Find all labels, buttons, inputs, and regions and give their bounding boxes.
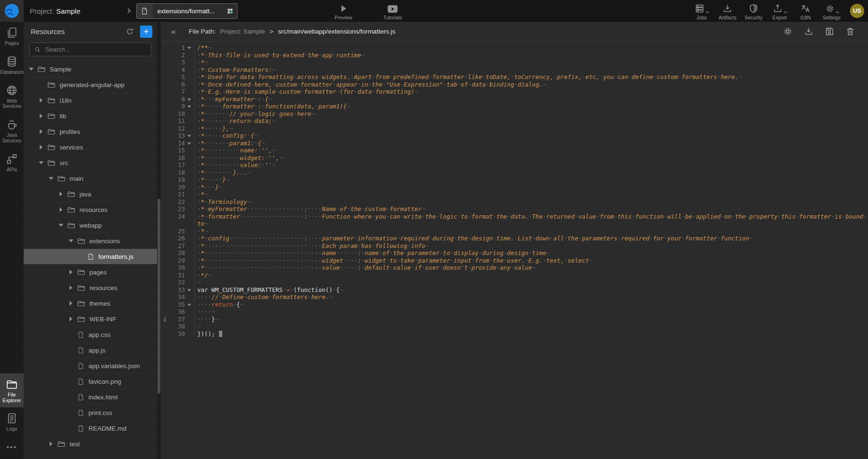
code-text[interactable]: * E.g. Here is sample custom formatter (… bbox=[195, 88, 868, 96]
grid-icon[interactable] bbox=[227, 8, 234, 15]
code-text[interactable]: * },¬ bbox=[195, 125, 868, 132]
topbar-action-tutorials[interactable]: Tutorials bbox=[382, 2, 403, 20]
code-text[interactable]: * This file is used to extend the app ru… bbox=[195, 52, 868, 59]
code-text[interactable]: * Terminology¬ bbox=[195, 198, 868, 206]
code-text[interactable]: * name: '',¬ bbox=[195, 147, 868, 154]
tree-item-services[interactable]: services bbox=[24, 140, 157, 155]
code-text[interactable]: * value: ''¬ bbox=[195, 161, 868, 169]
code-text[interactable]: * formatter : function(data, param1){¬ bbox=[195, 103, 868, 110]
trash-icon[interactable] bbox=[845, 26, 855, 36]
tree-item-generated-angular-app[interactable]: generated-angular-app bbox=[24, 77, 157, 93]
sidebar-item-java-services[interactable]: Java Services bbox=[0, 114, 24, 148]
tree-item-pages[interactable]: pages bbox=[24, 265, 157, 280]
sidebar-item-file-explorer[interactable]: File Explorer bbox=[0, 373, 24, 408]
fold-arrow-icon[interactable] bbox=[187, 47, 191, 49]
code-text[interactable]: })(); bbox=[195, 330, 868, 338]
tree-item-resources[interactable]: resources bbox=[24, 202, 157, 218]
chevron-right-icon[interactable] bbox=[37, 98, 45, 103]
topbar-action-settings[interactable]: Settings bbox=[821, 2, 842, 20]
sidebar-item-pages[interactable]: Pages bbox=[0, 22, 24, 51]
chevron-right-icon[interactable] bbox=[67, 301, 75, 306]
tree-item-profiles[interactable]: profiles bbox=[24, 124, 157, 140]
tree-item-main[interactable]: main bbox=[24, 171, 157, 186]
code-text[interactable]: // Define custom formatters here.¬ bbox=[195, 293, 868, 301]
code-text[interactable]: }¬ bbox=[195, 316, 868, 323]
code-text[interactable]: ¬ bbox=[195, 279, 868, 286]
code-text[interactable]: * formatter : Function where you can wri… bbox=[195, 213, 868, 228]
tree-item-sample[interactable]: Sample bbox=[24, 62, 157, 77]
gear-icon[interactable] bbox=[783, 26, 793, 36]
chevron-right-icon[interactable] bbox=[57, 192, 65, 196]
topbar-action-export[interactable]: Export bbox=[769, 2, 790, 20]
topbar-action-preview[interactable]: Preview bbox=[333, 2, 354, 20]
sidebar-overflow-button[interactable]: ••• bbox=[0, 436, 24, 459]
fold-arrow-icon[interactable] bbox=[187, 289, 191, 291]
tree-scrollbar[interactable] bbox=[157, 22, 161, 459]
fold-arrow-icon[interactable] bbox=[187, 106, 191, 108]
tree-item-src[interactable]: src bbox=[24, 155, 157, 171]
tree-item-index-html[interactable]: index.html bbox=[24, 389, 157, 405]
code-text[interactable]: * }¬ bbox=[195, 176, 868, 184]
chevron-down-icon[interactable] bbox=[27, 68, 35, 71]
open-file-tab[interactable]: extensions/formatt... bbox=[136, 3, 237, 19]
collapse-panel-button[interactable]: « bbox=[171, 26, 176, 36]
code-text[interactable]: * param1: {¬ bbox=[195, 140, 868, 147]
code-text[interactable]: * myFormatter : {¬ bbox=[195, 96, 868, 103]
tree-item-app-variables-json[interactable]: app.variables.json bbox=[24, 358, 157, 374]
code-text[interactable]: * Each param has following info¬ bbox=[195, 242, 868, 250]
code-text[interactable]: * }...¬ bbox=[195, 169, 868, 177]
sidebar-item-web-services[interactable]: Web Services bbox=[0, 79, 24, 114]
refresh-icon[interactable] bbox=[125, 27, 134, 36]
tree-item-lib[interactable]: lib bbox=[24, 108, 157, 124]
code-text[interactable]: * myFormatter : Name of the custom forma… bbox=[195, 205, 868, 213]
code-editor[interactable]: 1/**¬2 * This file is used to extend the… bbox=[161, 42, 868, 459]
search-input[interactable] bbox=[44, 45, 147, 53]
code-text[interactable]: ¬ bbox=[195, 308, 868, 316]
chevron-right-icon[interactable] bbox=[37, 114, 45, 118]
chevron-down-icon[interactable] bbox=[37, 161, 45, 164]
code-text[interactable]: * - value : default value if user doesn'… bbox=[195, 264, 868, 272]
tree-item-print-css[interactable]: print.css bbox=[24, 405, 157, 421]
fold-arrow-icon[interactable] bbox=[187, 304, 191, 306]
code-text[interactable]: * - name : name of the parameter to disp… bbox=[195, 249, 868, 257]
code-text[interactable]: * - widget : widget to take parameter in… bbox=[195, 257, 868, 265]
tree-item-favicon-png[interactable]: favicon.png bbox=[24, 374, 157, 389]
sidebar-item-apis[interactable]: APIs bbox=[0, 148, 24, 177]
code-text[interactable]: * Used for data formatting across widget… bbox=[195, 73, 868, 81]
chevron-right-icon[interactable] bbox=[37, 145, 45, 150]
chevron-down-icon[interactable] bbox=[57, 224, 65, 227]
chevron-down-icon[interactable] bbox=[47, 177, 55, 180]
topbar-action-jobs[interactable]: Jobs bbox=[691, 2, 712, 20]
sidebar-item-databases[interactable]: Databases bbox=[0, 51, 24, 79]
code-text[interactable]: * // your logic goes here¬ bbox=[195, 110, 868, 118]
code-text[interactable]: ¬ bbox=[195, 323, 868, 330]
chevron-down-icon[interactable] bbox=[67, 239, 75, 242]
tree-item-extensions[interactable]: extensions bbox=[24, 233, 157, 249]
tree-item-app-js[interactable]: app.js bbox=[24, 343, 157, 358]
tree-item-formatters-js[interactable]: formatters.js bbox=[24, 249, 157, 265]
chevron-right-icon[interactable] bbox=[67, 285, 75, 290]
tree-item-web-inf[interactable]: WEB-INF bbox=[24, 311, 157, 327]
tree-item-test[interactable]: test bbox=[24, 436, 157, 452]
add-resource-button[interactable]: + bbox=[140, 26, 152, 38]
code-text[interactable]: * Once defined here, custom formatter ap… bbox=[195, 81, 868, 88]
fold-arrow-icon[interactable] bbox=[187, 142, 191, 145]
tree-item-java[interactable]: java bbox=[24, 186, 157, 202]
fold-arrow-icon[interactable] bbox=[187, 135, 191, 137]
user-avatar[interactable]: US bbox=[850, 4, 864, 18]
code-text[interactable]: * widget: '',¬ bbox=[195, 154, 868, 162]
app-logo[interactable] bbox=[0, 0, 24, 22]
code-text[interactable]: * }¬ bbox=[195, 184, 868, 191]
code-text[interactable]: *¬ bbox=[195, 59, 868, 66]
chevron-right-icon[interactable] bbox=[67, 317, 75, 321]
tree-item-resources[interactable]: resources bbox=[24, 280, 157, 296]
sidebar-item-logs[interactable]: Logs bbox=[0, 407, 24, 436]
download-icon[interactable] bbox=[804, 26, 814, 36]
topbar-action-security[interactable]: Security bbox=[743, 2, 764, 20]
code-text[interactable]: *¬ bbox=[195, 228, 868, 235]
chevron-right-icon[interactable] bbox=[57, 207, 65, 212]
code-text[interactable]: /**¬ bbox=[195, 44, 868, 52]
fold-arrow-icon[interactable] bbox=[187, 98, 191, 101]
code-text[interactable]: * return data;¬ bbox=[195, 117, 868, 125]
code-text[interactable]: var WM_CUSTOM_FORMATTERS = (function() {… bbox=[195, 286, 868, 294]
